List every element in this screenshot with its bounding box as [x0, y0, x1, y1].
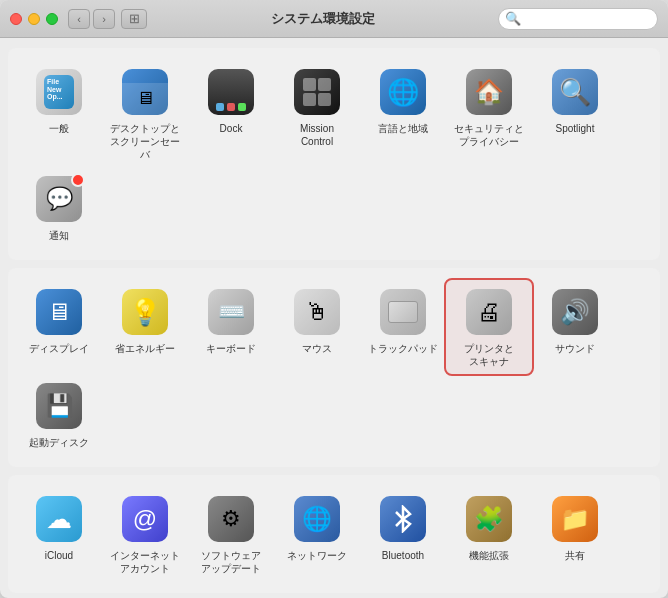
- dock-icon-wrap: [205, 66, 257, 118]
- traffic-lights: [10, 13, 58, 25]
- sharing-label: 共有: [565, 549, 585, 562]
- language-icon-wrap: 🌐: [377, 66, 429, 118]
- mission-control-label: MissionControl: [300, 122, 334, 148]
- security-icon-wrap: 🏠: [463, 66, 515, 118]
- sidebar-item-bluetooth[interactable]: Bluetooth: [360, 487, 446, 581]
- display-icon-wrap: 🖥: [33, 286, 85, 338]
- hardware-section: 🖥 ディスプレイ 💡 省エネルギー ⌨️ キーボード: [8, 268, 660, 467]
- sidebar-item-sharing[interactable]: 📁 共有: [532, 487, 618, 581]
- sidebar-item-keyboard[interactable]: ⌨️ キーボード: [188, 280, 274, 374]
- back-button[interactable]: ‹: [68, 9, 90, 29]
- notification-label: 通知: [49, 229, 69, 242]
- sidebar-item-general[interactable]: File New Op... 一般: [16, 60, 102, 167]
- close-button[interactable]: [10, 13, 22, 25]
- search-icon: 🔍: [505, 11, 521, 26]
- notification-icon-wrap: 💬: [33, 173, 85, 225]
- sidebar-item-sound[interactable]: 🔊 サウンド: [532, 280, 618, 374]
- maximize-button[interactable]: [46, 13, 58, 25]
- network-icon-wrap: 🌐: [291, 493, 343, 545]
- startup-disk-label: 起動ディスク: [29, 436, 89, 449]
- sound-label: サウンド: [555, 342, 595, 355]
- content-area: File New Op... 一般 🖥: [0, 38, 668, 598]
- general-icon-wrap: File New Op...: [33, 66, 85, 118]
- icloud-icon-wrap: ☁: [33, 493, 85, 545]
- window-title: システム環境設定: [147, 10, 498, 28]
- printer-icon-wrap: 🖨: [463, 286, 515, 338]
- sidebar-item-trackpad[interactable]: トラックパッド: [360, 280, 446, 374]
- sidebar-item-extensions[interactable]: 🧩 機能拡張: [446, 487, 532, 581]
- internet-section: ☁ iCloud @ インターネットアカウント ⚙ ソフトウェアアップデート: [8, 475, 660, 593]
- sidebar-item-desktop[interactable]: 🖥 デスクトップとスクリーンセーバ: [102, 60, 188, 167]
- sidebar-item-network[interactable]: 🌐 ネットワーク: [274, 487, 360, 581]
- sidebar-item-software-update[interactable]: ⚙ ソフトウェアアップデート: [188, 487, 274, 581]
- minimize-button[interactable]: [28, 13, 40, 25]
- sound-icon-wrap: 🔊: [549, 286, 601, 338]
- sidebar-item-startup-disk[interactable]: 💾 起動ディスク: [16, 374, 102, 455]
- nav-buttons: ‹ ›: [68, 9, 115, 29]
- language-label: 言語と地域: [378, 122, 428, 135]
- mouse-label: マウス: [302, 342, 332, 355]
- titlebar: ‹ › ⊞ システム環境設定 🔍 ✕: [0, 0, 668, 38]
- sidebar-item-security[interactable]: 🏠 セキュリティとプライバシー: [446, 60, 532, 167]
- sidebar-item-printer[interactable]: 🖨 プリンタとスキャナ: [446, 280, 532, 374]
- desktop-icon-wrap: 🖥: [119, 66, 171, 118]
- personal-section: File New Op... 一般 🖥: [8, 48, 660, 260]
- software-update-label: ソフトウェアアップデート: [201, 549, 261, 575]
- software-update-icon-wrap: ⚙: [205, 493, 257, 545]
- extensions-icon-wrap: 🧩: [463, 493, 515, 545]
- spotlight-label: Spotlight: [556, 122, 595, 135]
- hardware-grid: 🖥 ディスプレイ 💡 省エネルギー ⌨️ キーボード: [16, 280, 652, 455]
- energy-label: 省エネルギー: [115, 342, 175, 355]
- sidebar-item-dock[interactable]: Dock: [188, 60, 274, 167]
- forward-button[interactable]: ›: [93, 9, 115, 29]
- general-label: 一般: [49, 122, 69, 135]
- internet-accounts-icon-wrap: @: [119, 493, 171, 545]
- personal-grid: File New Op... 一般 🖥: [16, 60, 652, 248]
- spotlight-icon-wrap: 🔍: [549, 66, 601, 118]
- grid-view-button[interactable]: ⊞: [121, 9, 147, 29]
- extensions-label: 機能拡張: [469, 549, 509, 562]
- icloud-label: iCloud: [45, 549, 73, 562]
- sidebar-item-language[interactable]: 🌐 言語と地域: [360, 60, 446, 167]
- mouse-icon-wrap: 🖱: [291, 286, 343, 338]
- display-label: ディスプレイ: [29, 342, 89, 355]
- mission-icon-wrap: [291, 66, 343, 118]
- notification-badge: [71, 173, 85, 187]
- internet-accounts-label: インターネットアカウント: [110, 549, 180, 575]
- security-label: セキュリティとプライバシー: [454, 122, 524, 148]
- keyboard-icon-wrap: ⌨️: [205, 286, 257, 338]
- sidebar-item-mouse[interactable]: 🖱 マウス: [274, 280, 360, 374]
- sidebar-item-spotlight[interactable]: 🔍 Spotlight: [532, 60, 618, 167]
- startup-disk-icon-wrap: 💾: [33, 380, 85, 432]
- sidebar-item-energy[interactable]: 💡 省エネルギー: [102, 280, 188, 374]
- sharing-icon-wrap: 📁: [549, 493, 601, 545]
- search-box[interactable]: 🔍 ✕: [498, 8, 658, 30]
- dock-label: Dock: [220, 122, 243, 135]
- search-input[interactable]: [524, 12, 668, 26]
- trackpad-icon-wrap: [377, 286, 429, 338]
- internet-grid: ☁ iCloud @ インターネットアカウント ⚙ ソフトウェアアップデート: [16, 487, 652, 581]
- network-label: ネットワーク: [287, 549, 347, 562]
- printer-label: プリンタとスキャナ: [464, 342, 514, 368]
- sidebar-item-internet-accounts[interactable]: @ インターネットアカウント: [102, 487, 188, 581]
- trackpad-label: トラックパッド: [368, 342, 438, 355]
- sidebar-item-icloud[interactable]: ☁ iCloud: [16, 487, 102, 581]
- energy-icon-wrap: 💡: [119, 286, 171, 338]
- desktop-label: デスクトップとスクリーンセーバ: [106, 122, 184, 161]
- bluetooth-icon-wrap: [377, 493, 429, 545]
- sidebar-item-display[interactable]: 🖥 ディスプレイ: [16, 280, 102, 374]
- sidebar-item-notification[interactable]: 💬 通知: [16, 167, 102, 248]
- system-preferences-window: ‹ › ⊞ システム環境設定 🔍 ✕ File New: [0, 0, 668, 598]
- keyboard-label: キーボード: [206, 342, 256, 355]
- sidebar-item-mission-control[interactable]: MissionControl: [274, 60, 360, 167]
- bluetooth-label: Bluetooth: [382, 549, 424, 562]
